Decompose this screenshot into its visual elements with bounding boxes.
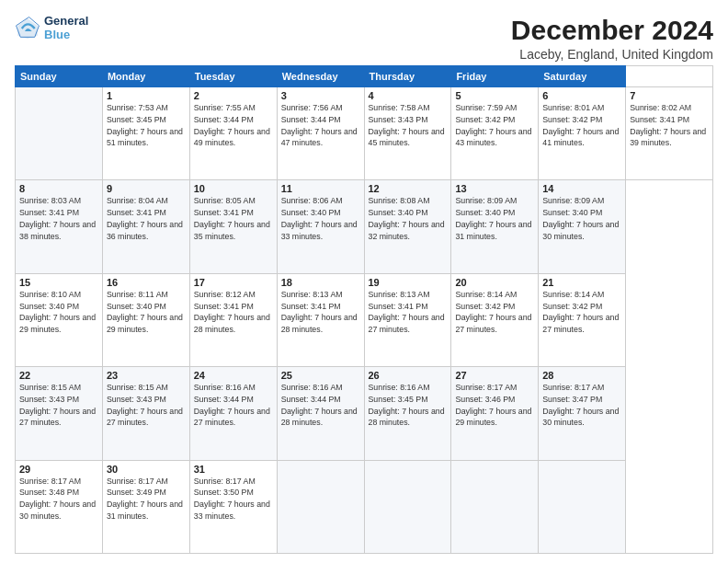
calendar-cell: 20Sunrise: 8:14 AMSunset: 3:42 PMDayligh… (451, 273, 539, 366)
day-number: 30 (107, 464, 186, 475)
calendar-cell: 12Sunrise: 8:08 AMSunset: 3:40 PMDayligh… (364, 180, 451, 273)
day-info: Sunrise: 8:09 AMSunset: 3:40 PMDaylight:… (455, 195, 534, 242)
day-number: 7 (630, 90, 709, 101)
calendar-cell: 30Sunrise: 8:17 AMSunset: 3:49 PMDayligh… (102, 460, 189, 553)
day-info: Sunrise: 8:15 AMSunset: 3:43 PMDaylight:… (19, 382, 98, 429)
calendar-week-5: 29Sunrise: 8:17 AMSunset: 3:48 PMDayligh… (16, 460, 713, 553)
day-number: 16 (107, 277, 186, 288)
calendar-cell: 19Sunrise: 8:13 AMSunset: 3:41 PMDayligh… (364, 273, 451, 366)
day-number: 6 (542, 90, 621, 101)
calendar-cell: 28Sunrise: 8:17 AMSunset: 3:47 PMDayligh… (539, 367, 626, 460)
day-info: Sunrise: 8:12 AMSunset: 3:41 PMDaylight:… (194, 289, 273, 336)
day-header-sunday: Sunday (16, 66, 103, 87)
day-info: Sunrise: 8:04 AMSunset: 3:41 PMDaylight:… (107, 195, 186, 242)
day-info: Sunrise: 8:16 AMSunset: 3:44 PMDaylight:… (194, 382, 273, 429)
calendar-cell: 6Sunrise: 8:01 AMSunset: 3:42 PMDaylight… (539, 87, 626, 180)
day-info: Sunrise: 8:17 AMSunset: 3:47 PMDaylight:… (542, 382, 621, 429)
month-title: December 2024 (511, 15, 713, 46)
day-number: 28 (542, 370, 621, 381)
day-info: Sunrise: 8:17 AMSunset: 3:48 PMDaylight:… (19, 476, 98, 523)
day-number: 19 (369, 277, 448, 288)
calendar-cell: 17Sunrise: 8:12 AMSunset: 3:41 PMDayligh… (189, 273, 277, 366)
calendar-cell: 4Sunrise: 7:58 AMSunset: 3:43 PMDaylight… (364, 87, 451, 180)
calendar-cell: 21Sunrise: 8:14 AMSunset: 3:42 PMDayligh… (539, 273, 626, 366)
calendar-cell: 16Sunrise: 8:11 AMSunset: 3:40 PMDayligh… (102, 273, 189, 366)
logo-icon (15, 16, 40, 41)
day-number: 4 (369, 90, 448, 101)
calendar-cell: 8Sunrise: 8:03 AMSunset: 3:41 PMDaylight… (16, 180, 103, 273)
calendar-cell: 14Sunrise: 8:09 AMSunset: 3:40 PMDayligh… (539, 180, 626, 273)
calendar-cell (539, 460, 626, 553)
page: General Blue December 2024 Laceby, Engla… (0, 0, 728, 563)
day-info: Sunrise: 7:56 AMSunset: 3:44 PMDaylight:… (281, 102, 360, 149)
calendar-cell: 26Sunrise: 8:16 AMSunset: 3:45 PMDayligh… (364, 367, 451, 460)
calendar-cell (16, 87, 103, 180)
calendar-cell: 7Sunrise: 8:02 AMSunset: 3:41 PMDaylight… (626, 87, 713, 180)
day-info: Sunrise: 8:16 AMSunset: 3:45 PMDaylight:… (369, 382, 448, 429)
day-number: 2 (194, 90, 273, 101)
day-info: Sunrise: 8:11 AMSunset: 3:40 PMDaylight:… (107, 289, 186, 336)
calendar-cell: 29Sunrise: 8:17 AMSunset: 3:48 PMDayligh… (16, 460, 103, 553)
calendar-cell: 22Sunrise: 8:15 AMSunset: 3:43 PMDayligh… (16, 367, 103, 460)
day-number: 26 (369, 370, 448, 381)
calendar-cell: 15Sunrise: 8:10 AMSunset: 3:40 PMDayligh… (16, 273, 103, 366)
day-info: Sunrise: 8:10 AMSunset: 3:40 PMDaylight:… (19, 289, 98, 336)
calendar-cell (277, 460, 364, 553)
logo: General Blue (15, 15, 88, 42)
calendar-cell: 3Sunrise: 7:56 AMSunset: 3:44 PMDaylight… (277, 87, 364, 180)
day-info: Sunrise: 8:17 AMSunset: 3:50 PMDaylight:… (194, 476, 273, 523)
calendar-cell (451, 460, 539, 553)
day-info: Sunrise: 8:16 AMSunset: 3:44 PMDaylight:… (281, 382, 360, 429)
calendar-cell: 25Sunrise: 8:16 AMSunset: 3:44 PMDayligh… (277, 367, 364, 460)
day-number: 1 (107, 90, 186, 101)
calendar-cell: 5Sunrise: 7:59 AMSunset: 3:42 PMDaylight… (451, 87, 539, 180)
day-info: Sunrise: 8:15 AMSunset: 3:43 PMDaylight:… (107, 382, 186, 429)
day-info: Sunrise: 8:02 AMSunset: 3:41 PMDaylight:… (630, 102, 709, 149)
calendar-week-2: 8Sunrise: 8:03 AMSunset: 3:41 PMDaylight… (16, 180, 713, 273)
day-number: 12 (369, 183, 448, 194)
calendar-week-4: 22Sunrise: 8:15 AMSunset: 3:43 PMDayligh… (16, 367, 713, 460)
calendar-cell: 9Sunrise: 8:04 AMSunset: 3:41 PMDaylight… (102, 180, 189, 273)
day-number: 13 (455, 183, 534, 194)
day-number: 9 (107, 183, 186, 194)
day-info: Sunrise: 8:08 AMSunset: 3:40 PMDaylight:… (369, 195, 448, 242)
day-number: 24 (194, 370, 273, 381)
day-number: 11 (281, 183, 360, 194)
calendar-body: 1Sunrise: 7:53 AMSunset: 3:45 PMDaylight… (16, 87, 713, 554)
day-info: Sunrise: 7:55 AMSunset: 3:44 PMDaylight:… (194, 102, 273, 149)
day-info: Sunrise: 8:13 AMSunset: 3:41 PMDaylight:… (281, 289, 360, 336)
calendar-cell: 1Sunrise: 7:53 AMSunset: 3:45 PMDaylight… (102, 87, 189, 180)
day-number: 18 (281, 277, 360, 288)
day-number: 20 (455, 277, 534, 288)
day-number: 27 (455, 370, 534, 381)
day-number: 15 (19, 277, 98, 288)
calendar-cell (364, 460, 451, 553)
day-number: 29 (19, 464, 98, 475)
day-number: 10 (194, 183, 273, 194)
calendar-week-1: 1Sunrise: 7:53 AMSunset: 3:45 PMDaylight… (16, 87, 713, 180)
calendar-header-row: SundayMondayTuesdayWednesdayThursdayFrid… (16, 66, 713, 87)
calendar-cell: 24Sunrise: 8:16 AMSunset: 3:44 PMDayligh… (189, 367, 277, 460)
day-number: 8 (19, 183, 98, 194)
day-number: 5 (455, 90, 534, 101)
day-info: Sunrise: 7:59 AMSunset: 3:42 PMDaylight:… (455, 102, 534, 149)
day-info: Sunrise: 8:05 AMSunset: 3:41 PMDaylight:… (194, 195, 273, 242)
day-info: Sunrise: 7:53 AMSunset: 3:45 PMDaylight:… (107, 102, 186, 149)
calendar-cell: 11Sunrise: 8:06 AMSunset: 3:40 PMDayligh… (277, 180, 364, 273)
day-info: Sunrise: 8:13 AMSunset: 3:41 PMDaylight:… (369, 289, 448, 336)
day-info: Sunrise: 8:14 AMSunset: 3:42 PMDaylight:… (542, 289, 621, 336)
calendar-cell: 13Sunrise: 8:09 AMSunset: 3:40 PMDayligh… (451, 180, 539, 273)
day-info: Sunrise: 8:17 AMSunset: 3:49 PMDaylight:… (107, 476, 186, 523)
day-number: 3 (281, 90, 360, 101)
calendar-table: SundayMondayTuesdayWednesdayThursdayFrid… (15, 65, 713, 554)
day-info: Sunrise: 8:03 AMSunset: 3:41 PMDaylight:… (19, 195, 98, 242)
day-number: 23 (107, 370, 186, 381)
day-number: 17 (194, 277, 273, 288)
day-number: 31 (194, 464, 273, 475)
logo-text: General Blue (44, 15, 88, 42)
day-info: Sunrise: 8:14 AMSunset: 3:42 PMDaylight:… (455, 289, 534, 336)
day-header-saturday: Saturday (539, 66, 626, 87)
day-number: 25 (281, 370, 360, 381)
calendar-cell: 18Sunrise: 8:13 AMSunset: 3:41 PMDayligh… (277, 273, 364, 366)
day-info: Sunrise: 7:58 AMSunset: 3:43 PMDaylight:… (369, 102, 448, 149)
